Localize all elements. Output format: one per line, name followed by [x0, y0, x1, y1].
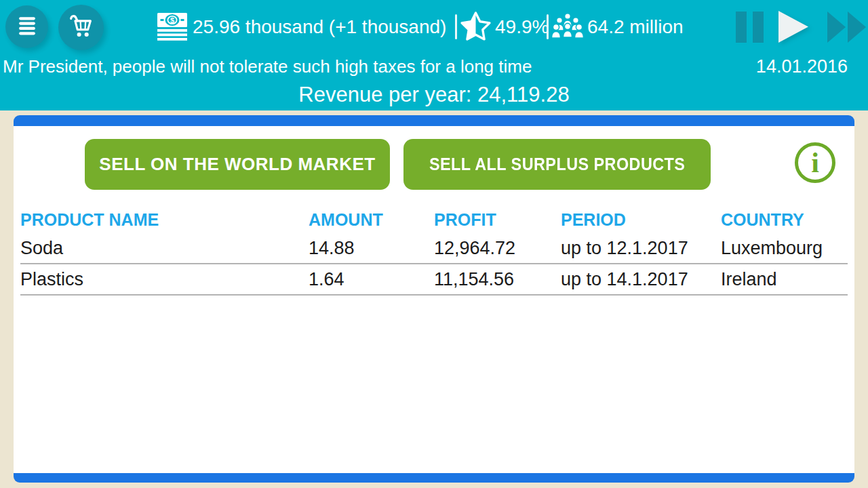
header-country: COUNTRY: [721, 210, 848, 230]
treasury-value: 25.96 thousand (+1 thousand): [193, 16, 446, 38]
market-panel: SELL ON THE WORLD MARKET SELL ALL SURPLU…: [14, 115, 854, 483]
header-product-name: PRODUCT NAME: [20, 210, 309, 230]
cell-product: Soda: [20, 238, 309, 259]
game-date: 14.01.2016: [756, 56, 848, 77]
panel-body: SELL ON THE WORLD MARKET SELL ALL SURPLU…: [14, 126, 854, 473]
hud-separator: [455, 14, 457, 39]
sell-all-surplus-label: SELL ALL SURPLUS PRODUCTS: [429, 154, 685, 175]
panel-bottom-frame: [14, 473, 854, 483]
cell-profit: 11,154.56: [434, 269, 561, 290]
products-table: PRODUCT NAME AMOUNT PROFIT PERIOD COUNTR…: [20, 206, 848, 296]
info-button[interactable]: i: [795, 142, 835, 183]
menu-icon: [12, 11, 42, 43]
info-icon: i: [811, 148, 819, 177]
pause-button[interactable]: [736, 12, 764, 45]
cell-profit: 12,964.72: [434, 238, 561, 259]
cell-amount: 14.88: [309, 238, 434, 259]
rating-value: 49.9%: [495, 16, 549, 38]
half-star-icon: [460, 11, 492, 45]
cell-country: Luxembourg: [721, 238, 848, 259]
money-stack-icon: $: [156, 10, 189, 45]
shopping-cart-icon: [66, 11, 97, 45]
top-hud-bar: $ 25.96 thousand (+1 thousand) 49.9%: [0, 0, 868, 110]
revenue-per-year: Revenue per year: 24,119.28: [0, 82, 868, 108]
svg-text:$: $: [170, 16, 174, 24]
table-header-row: PRODUCT NAME AMOUNT PROFIT PERIOD COUNTR…: [20, 206, 848, 233]
panel-top-frame: [14, 115, 854, 126]
cell-country: Ireland: [721, 269, 848, 290]
people-crowd-icon: [551, 11, 585, 46]
cell-amount: 1.64: [309, 269, 434, 290]
header-amount: AMOUNT: [309, 210, 434, 230]
sell-world-market-label: SELL ON THE WORLD MARKET: [99, 154, 375, 175]
table-row[interactable]: Plastics 1.64 11,154.56 up to 14.1.2017 …: [20, 264, 848, 296]
sell-all-surplus-button[interactable]: SELL ALL SURPLUS PRODUCTS: [403, 139, 711, 190]
cell-product: Plastics: [20, 269, 309, 290]
main-area: SELL ON THE WORLD MARKET SELL ALL SURPLU…: [0, 110, 868, 488]
population-value: 64.2 million: [587, 16, 684, 38]
game-screen: $ 25.96 thousand (+1 thousand) 49.9%: [0, 0, 868, 488]
header-period: PERIOD: [561, 210, 721, 230]
table-row[interactable]: Soda 14.88 12,964.72 up to 12.1.2017 Lux…: [20, 233, 848, 264]
news-ticker: Mr President, people will not tolerate s…: [3, 56, 532, 77]
play-button[interactable]: [777, 10, 812, 47]
hud-separator: [547, 14, 549, 39]
cell-period: up to 12.1.2017: [561, 238, 721, 259]
shop-button[interactable]: [58, 5, 104, 50]
header-profit: PROFIT: [434, 210, 561, 230]
cell-period: up to 14.1.2017: [561, 269, 721, 290]
fast-forward-button[interactable]: [827, 12, 867, 45]
menu-button[interactable]: [5, 5, 48, 48]
sell-world-market-button[interactable]: SELL ON THE WORLD MARKET: [85, 139, 390, 190]
